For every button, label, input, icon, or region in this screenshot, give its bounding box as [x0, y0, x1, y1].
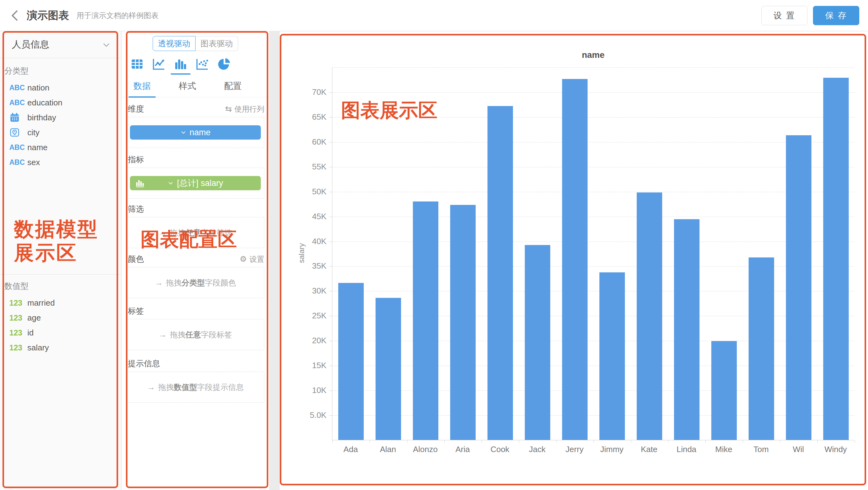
bar-ada[interactable] — [338, 283, 364, 440]
dimension-drop-zone[interactable]: name — [127, 117, 264, 148]
filter-drop-zone[interactable]: → 拖拽任意字段筛选 — [127, 217, 264, 248]
dimension-pill-name[interactable]: name — [130, 125, 261, 140]
color-drop-zone[interactable]: → 拖拽分类型字段颜色 — [127, 267, 264, 298]
field-education[interactable]: ABCeducation — [0, 95, 121, 110]
x-label-jack: Jack — [519, 445, 556, 454]
save-button[interactable]: 保 存 — [813, 6, 859, 25]
bar-kate[interactable] — [637, 192, 662, 440]
back-button[interactable] — [8, 9, 22, 22]
y-tick-mark — [330, 117, 332, 118]
bar-mike[interactable] — [711, 341, 737, 440]
filter-label: 筛选 — [122, 204, 269, 215]
field-nation[interactable]: ABCnation — [0, 80, 121, 95]
categorical-field-list: ABCnationABCeducationbirthdaycityABCname… — [0, 80, 121, 170]
bar-tom[interactable] — [749, 257, 774, 440]
field-name-label: married — [27, 298, 55, 308]
bar-wil[interactable] — [786, 135, 811, 440]
field-age[interactable]: 123age — [0, 310, 121, 325]
top-bar: 演示图表 用于演示文档的样例图表 设 置 保 存 — [0, 0, 868, 31]
field-name[interactable]: ABCname — [0, 140, 121, 155]
field-name-label: id — [27, 328, 34, 338]
bar-jack[interactable] — [525, 245, 550, 440]
line-chart-icon[interactable] — [152, 57, 166, 71]
y-tick-label: 5.0K — [292, 410, 327, 420]
use-rowcol-button[interactable]: ⇆ 使用行列 — [225, 104, 264, 114]
field-name-label: sex — [27, 158, 40, 167]
metric-drop-zone[interactable]: [总计] salary — [127, 167, 264, 199]
tooltip-hint-post: 字段提示信息 — [197, 382, 244, 392]
tab-数据[interactable]: 数据 — [128, 80, 156, 97]
y-tick-mark — [330, 341, 332, 341]
tooltip-section-label: 提示信息 — [122, 358, 269, 369]
dataset-name: 人员信息 — [12, 38, 49, 51]
x-label-cook: Cook — [481, 445, 519, 454]
bar-jerry[interactable] — [562, 79, 588, 440]
text-type-icon: ABC — [9, 84, 27, 92]
scatter-chart-icon[interactable] — [195, 57, 209, 71]
drop-arrow-icon: → — [155, 278, 163, 287]
color-settings-button[interactable]: ⚙ 设置 — [240, 254, 264, 264]
gear-icon: ⚙ — [240, 254, 247, 264]
chevron-down-icon — [102, 40, 111, 50]
x-label-aria: Aria — [444, 445, 481, 454]
y-tick-label: 65K — [292, 112, 327, 122]
field-salary[interactable]: 123salary — [0, 340, 121, 355]
categorical-section-label: 分类型 — [0, 66, 121, 76]
abc-badge: ABC — [9, 143, 25, 152]
y-tick-label: 25K — [292, 311, 327, 320]
page-title: 演示图表 — [27, 8, 69, 23]
y-tick-label: 15K — [292, 361, 327, 370]
field-married[interactable]: 123married — [0, 295, 121, 310]
bar-aria[interactable] — [450, 205, 476, 440]
bar-jimmy[interactable] — [599, 272, 625, 440]
x-label-ada: Ada — [332, 445, 369, 454]
field-sex[interactable]: ABCsex — [0, 155, 121, 170]
tooltip-drop-zone[interactable]: → 拖拽数值型字段提示信息 — [127, 371, 264, 403]
x-tick-mark — [780, 440, 780, 443]
tab-配置[interactable]: 配置 — [219, 80, 247, 97]
gridline — [332, 341, 854, 341]
settings-button[interactable]: 设 置 — [762, 6, 808, 25]
bar-windy[interactable] — [823, 78, 849, 440]
bar-cook[interactable] — [488, 106, 513, 440]
field-name-label: name — [27, 143, 48, 152]
field-birthday[interactable]: birthday — [0, 110, 121, 125]
field-city[interactable]: city — [0, 125, 121, 140]
filter-hint: 拖拽 — [170, 227, 186, 238]
y-tick-label: 70K — [292, 87, 327, 97]
tab-样式[interactable]: 样式 — [174, 80, 201, 97]
pie-chart-icon[interactable] — [217, 57, 231, 71]
tooltip-hint-bold: 数值型 — [174, 382, 197, 392]
mode-tab-图表驱动[interactable]: 图表驱动 — [195, 36, 238, 51]
x-label-alonzo: Alonzo — [407, 445, 444, 454]
bar-alan[interactable] — [376, 298, 401, 440]
number-type-icon: 123 — [9, 313, 27, 323]
color-settings-label: 设置 — [249, 254, 264, 264]
x-tick-mark — [407, 440, 407, 443]
y-axis-title: salary — [297, 243, 306, 263]
y-tick-mark — [330, 192, 332, 192]
numeric-block: 数值型 123married123age123id123salary — [0, 274, 121, 355]
bar-linda[interactable] — [674, 219, 700, 440]
y-tick-label: 45K — [292, 212, 327, 221]
y-tick-mark — [330, 316, 332, 316]
x-tick-mark — [855, 440, 855, 443]
table-chart-icon[interactable] — [130, 57, 144, 71]
bar-chart-icon[interactable] — [174, 57, 187, 71]
field-name-label: age — [27, 313, 41, 323]
gridline — [332, 242, 854, 242]
mode-tab-透视驱动[interactable]: 透视驱动 — [153, 36, 195, 51]
field-id[interactable]: 123id — [0, 325, 121, 340]
y-tick-label: 10K — [292, 386, 327, 395]
gridline — [332, 167, 854, 167]
y-tick-mark — [330, 242, 332, 242]
x-label-jerry: Jerry — [556, 445, 593, 454]
label-drop-zone[interactable]: → 拖拽任意字段标签 — [127, 319, 264, 350]
metric-pill-salary[interactable]: [总计] salary — [130, 176, 261, 190]
chevron-down-icon — [167, 180, 174, 186]
dataset-selector[interactable]: 人员信息 — [0, 31, 121, 58]
bar-alonzo[interactable] — [413, 202, 438, 440]
number-type-icon: 123 — [9, 299, 27, 307]
x-tick-mark — [668, 440, 669, 443]
x-tick-mark — [593, 440, 594, 443]
